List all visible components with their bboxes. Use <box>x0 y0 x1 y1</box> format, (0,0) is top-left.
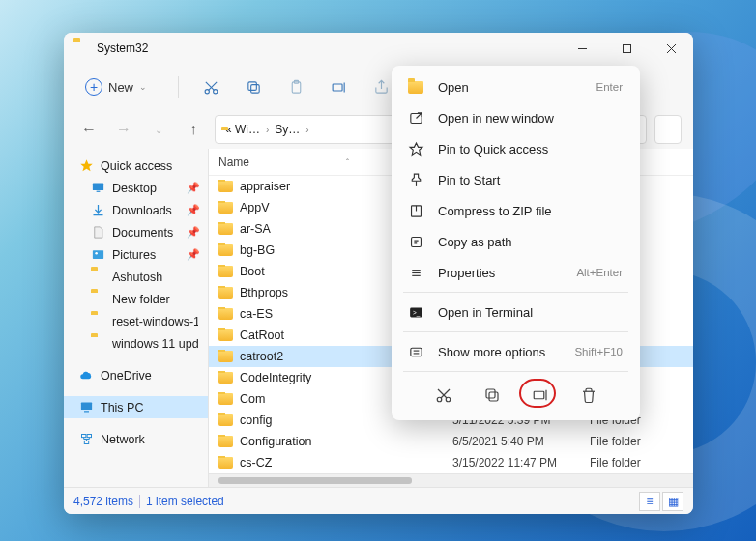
chevron-right-icon[interactable]: › <box>264 125 271 135</box>
folder-icon <box>91 314 105 328</box>
document-icon <box>91 225 105 240</box>
close-button[interactable] <box>649 33 693 64</box>
svg-rect-17 <box>97 191 101 192</box>
folder-icon <box>218 414 233 426</box>
breadcrumb-part[interactable]: « Wi… <box>225 123 260 136</box>
sidebar-item-quickaccess[interactable]: Quick access <box>64 155 208 177</box>
folder-icon <box>218 329 233 341</box>
sidebar-item-pictures[interactable]: Pictures📌 <box>64 243 208 266</box>
folder-icon <box>218 266 233 277</box>
ctx-open[interactable]: Open Enter <box>395 71 636 102</box>
svg-rect-12 <box>333 83 342 90</box>
folder-icon <box>218 244 233 256</box>
file-row[interactable]: cs-CZ3/15/2022 11:47 PMFile folder <box>209 452 693 473</box>
file-date: 6/5/2021 5:40 PM <box>452 435 590 448</box>
svg-rect-46 <box>486 389 495 398</box>
folder-icon <box>218 457 233 469</box>
more-icon <box>407 343 424 360</box>
divider <box>403 292 628 293</box>
ctx-properties[interactable]: Properties Alt+Enter <box>395 257 636 288</box>
file-name: Com <box>240 392 265 406</box>
sidebar-item-network[interactable]: Network <box>64 428 208 450</box>
ctx-compress-zip[interactable]: Compress to ZIP file <box>395 195 636 226</box>
horizontal-scrollbar[interactable] <box>209 473 693 487</box>
cut-icon[interactable] <box>200 76 221 98</box>
chevron-right-icon[interactable]: › <box>304 125 310 135</box>
pin-icon: 📌 <box>187 248 200 261</box>
file-name: ar-SA <box>240 222 271 236</box>
file-type: File folder <box>590 456 641 470</box>
ctx-show-more[interactable]: Show more options Shift+F10 <box>395 336 636 367</box>
file-row[interactable]: Configuration6/5/2021 5:40 PMFile folder <box>209 431 693 452</box>
copy-path-icon <box>407 233 424 250</box>
status-selected-count: 1 item selected <box>146 495 224 508</box>
network-icon <box>79 432 94 446</box>
scrollbar-thumb[interactable] <box>218 477 412 484</box>
delete-button[interactable] <box>574 381 603 410</box>
divider <box>403 331 628 332</box>
up-button[interactable]: ↑ <box>180 116 207 143</box>
folder-icon <box>218 223 233 235</box>
ctx-pin-quick-access[interactable]: Pin to Quick access <box>395 133 636 164</box>
file-name: CodeIntegrity <box>240 371 311 384</box>
window-title: System32 <box>97 42 148 55</box>
file-name: catroot2 <box>240 350 283 363</box>
cut-button[interactable] <box>429 381 458 410</box>
file-name: Bthprops <box>240 286 288 299</box>
sidebar-item-documents[interactable]: Documents📌 <box>64 221 208 243</box>
search-input[interactable] <box>654 115 682 144</box>
sidebar-item-newfolder[interactable]: New folder <box>64 288 208 310</box>
folder-icon <box>73 41 89 56</box>
sidebar-item-thispc[interactable]: This PC <box>64 396 208 418</box>
file-name: Configuration <box>240 435 311 448</box>
pin-icon: 📌 <box>187 204 200 216</box>
column-name[interactable]: Name <box>218 156 249 169</box>
divider <box>139 495 140 508</box>
minimize-button[interactable] <box>560 33 604 64</box>
sidebar-item-reset[interactable]: reset-windows-11-settings <box>64 310 208 332</box>
folder-icon <box>218 393 233 405</box>
desktop-icon <box>91 181 105 195</box>
rename-button[interactable] <box>526 381 555 410</box>
terminal-icon: >_ <box>407 303 424 321</box>
folder-icon <box>91 270 105 284</box>
sidebar-item-win11upd[interactable]: windows 11 update <box>64 332 208 355</box>
share-icon[interactable] <box>370 76 392 98</box>
svg-rect-25 <box>84 441 88 443</box>
new-button[interactable]: + New ⌄ <box>75 73 157 100</box>
svg-rect-32 <box>411 237 421 246</box>
folder-icon <box>218 351 233 362</box>
rename-icon[interactable] <box>328 76 349 98</box>
sidebar-item-ashutosh[interactable]: Ashutosh <box>64 266 208 288</box>
maximize-button[interactable] <box>604 33 649 64</box>
ctx-copy-path[interactable]: Copy as path <box>395 226 636 257</box>
ctx-pin-start[interactable]: Pin to Start <box>395 164 636 195</box>
folder-icon <box>218 372 233 384</box>
folder-icon <box>91 292 105 306</box>
sidebar-item-onedrive[interactable]: OneDrive <box>64 364 208 386</box>
folder-icon <box>218 202 233 214</box>
svg-rect-47 <box>534 391 544 399</box>
copy-button[interactable] <box>478 381 507 410</box>
sidebar-item-desktop[interactable]: Desktop📌 <box>64 177 208 199</box>
forward-button[interactable]: → <box>110 116 137 143</box>
new-label: New <box>108 80 133 95</box>
file-type: File folder <box>590 435 641 448</box>
pin-icon: 📌 <box>187 226 200 239</box>
star-icon <box>79 158 94 173</box>
file-name: ca-ES <box>240 307 273 321</box>
icons-view-button[interactable]: ▦ <box>662 492 683 511</box>
ctx-open-terminal[interactable]: >_ Open in Terminal <box>395 297 636 327</box>
breadcrumb-part[interactable]: Sy… <box>275 123 300 136</box>
chevron-down-icon[interactable]: ⌄ <box>145 116 172 143</box>
paste-icon[interactable] <box>285 76 306 98</box>
copy-icon[interactable] <box>243 76 264 98</box>
back-button[interactable]: ← <box>75 116 102 143</box>
sidebar-item-downloads[interactable]: Downloads📌 <box>64 199 208 221</box>
ctx-open-new-window[interactable]: Open in new window <box>395 102 636 133</box>
svg-rect-21 <box>81 403 92 411</box>
file-name: bg-BG <box>240 243 275 257</box>
svg-rect-45 <box>489 392 498 401</box>
details-view-button[interactable]: ≡ <box>639 492 660 511</box>
pin-icon: 📌 <box>187 182 200 194</box>
